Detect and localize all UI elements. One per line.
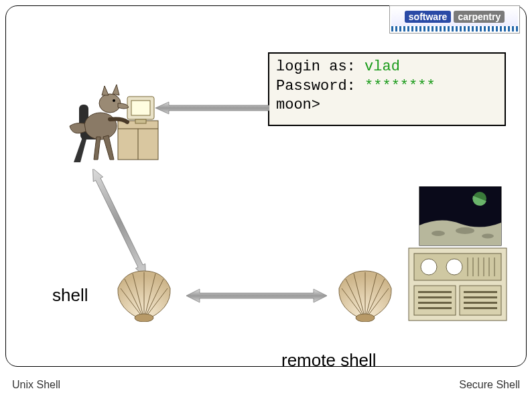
svg-point-10: [99, 94, 121, 113]
svg-rect-36: [418, 296, 452, 298]
user-at-computer-illustration: [60, 62, 168, 169]
footer-right: Secure Shell: [459, 379, 520, 391]
svg-point-20: [431, 231, 445, 236]
remote-server-illustration: [401, 186, 513, 327]
svg-rect-5: [131, 101, 150, 115]
arrow-terminal-to-user: [155, 101, 269, 115]
svg-rect-33: [414, 286, 456, 315]
svg-marker-0: [155, 102, 269, 114]
svg-rect-37: [418, 302, 452, 304]
seashell-remote-icon: [334, 268, 397, 322]
seashell-local-icon: [113, 268, 176, 322]
svg-rect-38: [418, 307, 452, 309]
svg-point-22: [482, 234, 494, 239]
password-value: ********: [364, 78, 436, 95]
arrow-shell-shell: [186, 287, 327, 304]
login-value: vlad: [364, 58, 400, 75]
svg-point-21: [456, 227, 474, 234]
terminal-line-password: Password: ********: [276, 77, 498, 97]
svg-point-26: [446, 259, 462, 275]
svg-marker-11: [102, 86, 109, 95]
terminal-window: login as: vlad Password: ******** moon>: [268, 52, 506, 126]
svg-point-25: [421, 259, 437, 275]
svg-rect-42: [464, 307, 497, 309]
label-remote-shell: remote shell: [281, 350, 377, 371]
logo-part2: carpentry: [454, 11, 505, 23]
terminal-prompt: moon>: [276, 96, 498, 115]
svg-rect-34: [460, 286, 501, 315]
svg-marker-12: [113, 84, 119, 95]
login-label: login as:: [276, 58, 364, 75]
svg-point-13: [113, 99, 115, 102]
svg-point-9: [84, 113, 117, 139]
logo-part1: software: [405, 11, 452, 23]
svg-rect-41: [464, 302, 497, 304]
footer-left: Unix Shell: [12, 379, 60, 391]
password-label: Password:: [276, 78, 364, 95]
svg-marker-16: [186, 289, 327, 302]
svg-rect-35: [418, 291, 452, 293]
terminal-line-login: login as: vlad: [276, 58, 498, 77]
label-shell: shell: [52, 285, 88, 306]
svg-marker-14: [88, 169, 150, 276]
svg-point-15: [135, 314, 153, 322]
svg-rect-40: [464, 296, 497, 298]
svg-point-17: [356, 314, 375, 322]
svg-rect-6: [135, 119, 146, 123]
logo-software-carpentry: software carpentry: [389, 5, 520, 34]
svg-rect-39: [464, 291, 497, 293]
arrow-user-shell: [86, 169, 153, 276]
